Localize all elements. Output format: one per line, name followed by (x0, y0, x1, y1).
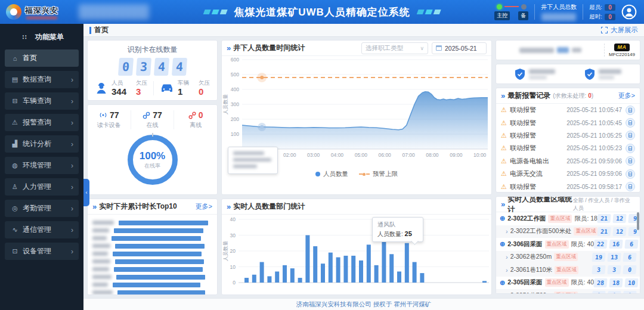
sidebar-item-hr[interactable]: ♙人力管理› (5, 178, 79, 196)
key-area-badge: 重点区域 (555, 266, 578, 274)
alarm-detail-button[interactable] (626, 106, 635, 115)
alarm-detail-button[interactable] (626, 118, 635, 128)
svg-text:04:00: 04:00 (331, 152, 344, 158)
sidebar-item-data-query[interactable]: ▤数据查询› (5, 71, 79, 88)
sidebar-item-home[interactable]: ⌂首页 (5, 49, 79, 67)
user-avatar-icon[interactable] (621, 4, 637, 20)
legend-personnel[interactable]: 人员数量 (315, 170, 348, 178)
region-stats-panel: » 实时人员数量区域统计 全部 / 作业人员 / 非作业人员 ⊕2-3022工作… (496, 196, 640, 294)
dept-stats-title: 实时人员数量部门统计 (233, 202, 305, 212)
warning-triangle-icon: ⚠ (501, 106, 507, 114)
fullscreen-button[interactable]: 大屏展示 (601, 26, 638, 35)
alarm-time: 2025-05-21 10:05:25 (566, 132, 622, 139)
footer: 济南福深兴安科技有限公司 授权于 霍州干河煤矿 (83, 298, 644, 310)
title-decor-right (417, 10, 440, 14)
alarm-row: ⚠电源备电输出2025-05-21 09:59:06 (496, 155, 640, 168)
security-badges-card (496, 64, 640, 84)
svg-text:300: 300 (231, 101, 239, 107)
region-row[interactable]: ›2-3062巷250m重点区域19136 (496, 251, 640, 264)
region-row[interactable]: ›2-3061巷110米重点区域330 (496, 264, 640, 277)
top10-bar (112, 236, 201, 241)
chevron-right-icon: › (71, 226, 73, 234)
region-row[interactable]: ›2-3051巷700m重点区域000 (496, 289, 640, 293)
region-row[interactable]: ⊕2-306回采面重点区域限员: 4022166 (496, 238, 640, 251)
scrollbar-thumb[interactable] (637, 212, 639, 230)
warning-triangle-icon: ⚠ (501, 183, 507, 191)
sidebar-item-vehicle-query[interactable]: ⊟车辆查询› (5, 92, 79, 110)
antenna-icon (99, 111, 107, 119)
expand-icon[interactable]: ⊕ (500, 279, 505, 287)
document-icon (628, 172, 632, 176)
date-picker[interactable]: 2025-05-21 (432, 42, 487, 54)
alarm-row: ⚠电源无交流2025-05-21 09:59:06 (496, 168, 640, 180)
dashed-divider (604, 44, 605, 57)
alarm-detail-button[interactable] (626, 156, 635, 166)
warning-triangle-icon: ⚠ (501, 119, 507, 127)
alarm-name: 电源无交流 (510, 169, 543, 178)
region-row[interactable]: ›2-3022工作面500米处重点区域21129 (496, 225, 640, 238)
certificate-redacted-text (501, 47, 600, 53)
underground-total: 井下人员总数 (541, 3, 577, 21)
alarm-time: 2025-05-21 10:05:23 (566, 145, 622, 151)
region-list: ⊕2-3022工作面重点区域限员: 1821129›2-3022工作面500米处… (496, 212, 640, 293)
panel-marker-icon: » (501, 200, 505, 209)
alarms-more-link[interactable]: 更多> (618, 91, 635, 100)
svg-text:09:00: 09:00 (450, 152, 463, 158)
top10-label-redacted (92, 275, 112, 279)
svg-text:人员数量: 人员数量 (222, 241, 228, 262)
sidebar-item-statistics[interactable]: ▟统计分析› (5, 135, 79, 153)
document-icon (628, 159, 632, 163)
alarm-icon: ⚠ (10, 119, 20, 126)
limit-label: 限员: 40 (571, 240, 595, 249)
region-row[interactable]: ⊕2-305回采面重点区域限员: 40281810 (496, 277, 640, 290)
alarm-detail-button[interactable] (626, 131, 635, 140)
panel-marker-icon: » (227, 202, 231, 211)
region-name: 2-3062巷250m (510, 253, 552, 261)
region-row[interactable]: ⊕2-3022工作面重点区域限员: 1821129 (496, 212, 640, 225)
chevron-right-icon: › (506, 228, 508, 235)
sidebar-item-alarm-query[interactable]: ⚠报警查询› (5, 114, 79, 131)
alarm-detail-button[interactable] (626, 144, 635, 153)
region-filter-links[interactable]: 全部 / 作业人员 / 非作业人员 (573, 197, 635, 212)
warning-triangle-icon: ⚠ (501, 132, 507, 140)
tab-home[interactable]: 首页 (89, 25, 109, 35)
region-name: 2-305回采面 (507, 278, 542, 287)
sidebar: ∷ 功能菜单 ⌂首页 ▤数据查询› ⊟车辆查询› ⚠报警查询› ▟统计分析› ◍… (0, 24, 83, 310)
chevron-right-icon: › (71, 140, 73, 148)
sidebar-item-communication[interactable]: ∿通信管理› (5, 221, 79, 238)
vehicle-icon: ⊟ (10, 97, 20, 105)
tooltip-department: 通风队 (377, 221, 418, 229)
app-logo: 福深兴安 (6, 4, 58, 20)
reader-offline-label: 离线 (190, 121, 202, 129)
alarm-name: 联动报警 (510, 182, 536, 191)
alarm-time: 2025-05-21 09:59:06 (566, 170, 622, 177)
expand-icon[interactable]: ⊕ (500, 215, 505, 222)
region-count-chip: 19 (592, 253, 605, 262)
chevron-right-icon: › (71, 183, 73, 191)
region-count-chip: 28 (593, 278, 607, 287)
worker-type-select[interactable]: 选择职工类型 ∨ (361, 42, 428, 54)
sidebar-item-environment[interactable]: ◍环境管理› (5, 157, 79, 174)
alarm-detail-button[interactable] (626, 182, 635, 191)
region-count-chip: 12 (612, 214, 626, 223)
svg-text:30: 30 (230, 232, 236, 238)
header-divider (534, 4, 535, 20)
legend-warn-limit[interactable]: 预警上限 (359, 170, 398, 178)
top10-bar (115, 244, 205, 249)
reader-offline-count: 0 (199, 110, 203, 120)
expand-icon[interactable]: ⊕ (500, 240, 505, 248)
top10-bar-row (92, 258, 211, 265)
vehicle-count: 1 (178, 87, 189, 97)
limit-label: 限员: 40 (571, 278, 595, 287)
dept-bar-chart: 010203040人员数量 (222, 215, 491, 292)
top10-bar-row (92, 242, 211, 250)
sidebar-item-attendance[interactable]: ◎考勤管理› (5, 200, 79, 217)
sidebar-collapse-handle[interactable]: ‹ (83, 179, 89, 206)
sidebar-item-devices[interactable]: ⊡设备管理› (5, 243, 79, 260)
shield-icon (584, 68, 595, 80)
security-badge (515, 68, 555, 80)
device-icon: ⊡ (10, 247, 20, 255)
alarm-detail-button[interactable] (626, 169, 635, 179)
svg-text:200: 200 (231, 116, 239, 122)
top10-more-link[interactable]: 更多> (196, 202, 212, 211)
